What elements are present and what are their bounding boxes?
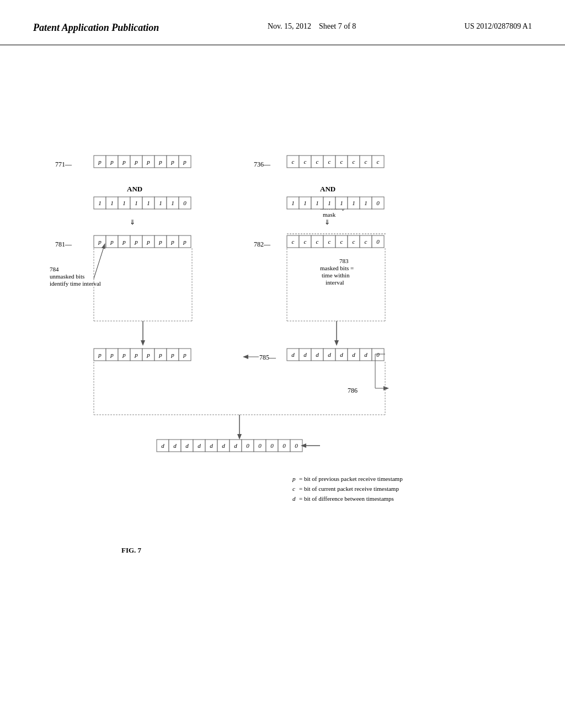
svg-text:p: p — [122, 158, 126, 165]
svg-text:= bit of previous packet recei: = bit of previous packet receive timesta… — [299, 475, 403, 482]
svg-text:783: 783 — [339, 258, 349, 264]
svg-text:c: c — [328, 238, 331, 245]
svg-text:771—: 771— — [55, 160, 72, 168]
svg-text:1: 1 — [98, 200, 102, 206]
svg-text:1: 1 — [171, 200, 174, 206]
svg-text:1: 1 — [364, 200, 367, 206]
svg-text:1: 1 — [159, 200, 162, 206]
svg-text:1: 1 — [147, 200, 150, 206]
svg-text:p: p — [122, 238, 126, 245]
svg-text:p: p — [110, 158, 114, 165]
svg-text:p: p — [158, 158, 162, 165]
svg-text:⇓: ⇓ — [324, 218, 330, 226]
header-date: Nov. 15, 2012 — [268, 22, 311, 30]
svg-text:d: d — [185, 442, 189, 449]
header-patent: US 2012/0287809 A1 — [465, 22, 532, 31]
svg-text:c: c — [377, 158, 380, 165]
svg-marker-129 — [243, 355, 248, 359]
svg-text:AND: AND — [320, 185, 335, 193]
svg-text:AND: AND — [127, 185, 142, 193]
svg-text:c: c — [292, 485, 295, 492]
svg-text:p: p — [292, 475, 296, 482]
svg-text:1: 1 — [122, 200, 126, 206]
svg-text:p: p — [170, 158, 174, 165]
svg-text:p: p — [158, 351, 162, 358]
svg-text:p: p — [122, 351, 126, 358]
svg-text:p: p — [158, 238, 162, 245]
svg-text:unmasked bits: unmasked bits — [50, 273, 84, 280]
svg-text:interval: interval — [326, 279, 344, 286]
svg-text:c: c — [365, 238, 367, 245]
svg-text:masked bits =: masked bits = — [320, 265, 354, 271]
svg-text:d: d — [173, 442, 177, 449]
svg-line-55 — [94, 244, 105, 279]
svg-text:0: 0 — [258, 442, 262, 449]
svg-text:1: 1 — [316, 200, 319, 206]
svg-text:c: c — [292, 158, 295, 165]
svg-text:p: p — [134, 238, 138, 245]
svg-text:d: d — [340, 351, 343, 358]
svg-text:d: d — [210, 442, 213, 449]
svg-text:d: d — [198, 442, 201, 449]
svg-text:p: p — [170, 351, 174, 358]
svg-marker-165 — [383, 386, 389, 390]
figure-7-svg: .bit-text { font-size: 11px; font-style:… — [22, 73, 546, 679]
svg-text:p: p — [98, 238, 102, 245]
svg-text:c: c — [316, 238, 319, 245]
svg-text:d: d — [328, 351, 331, 358]
svg-text:0: 0 — [282, 442, 286, 449]
svg-text:time within: time within — [322, 272, 350, 279]
svg-text:1: 1 — [340, 200, 343, 206]
svg-text:1: 1 — [291, 200, 295, 206]
svg-text:1: 1 — [352, 200, 355, 206]
svg-text:p: p — [170, 238, 174, 245]
svg-text:736—: 736— — [254, 160, 271, 168]
svg-text:= bit of current packet receiv: = bit of current packet receive timestam… — [299, 485, 399, 492]
header-title: Patent Application Publication — [33, 22, 159, 34]
svg-text:d: d — [234, 442, 237, 449]
svg-text:0: 0 — [376, 351, 380, 358]
svg-text:1: 1 — [110, 200, 114, 206]
svg-text:= bit of difference between ti: = bit of difference between timestamps — [299, 495, 394, 502]
svg-text:p: p — [98, 158, 102, 165]
svg-text:d: d — [364, 351, 367, 358]
svg-text:mask: mask — [323, 211, 336, 218]
svg-text:0: 0 — [246, 442, 249, 449]
svg-text:p: p — [134, 351, 138, 358]
svg-text:d: d — [222, 442, 225, 449]
svg-text:p: p — [183, 158, 186, 165]
svg-text:0: 0 — [183, 200, 186, 206]
svg-text:0: 0 — [270, 442, 274, 449]
svg-text:781—: 781— — [55, 240, 72, 248]
svg-text:c: c — [304, 158, 307, 165]
svg-text:c: c — [353, 158, 355, 165]
diagram-area: .bit-text { font-size: 11px; font-style:… — [0, 45, 565, 707]
svg-text:d: d — [161, 442, 164, 449]
svg-marker-171 — [237, 434, 242, 440]
svg-text:0: 0 — [376, 238, 380, 245]
svg-text:c: c — [316, 158, 319, 165]
svg-text:p: p — [110, 351, 114, 358]
svg-text:p: p — [134, 158, 138, 165]
page-header: Patent Application Publication Nov. 15, … — [0, 0, 565, 45]
svg-text:c: c — [365, 158, 367, 165]
svg-text:786: 786 — [348, 387, 358, 394]
svg-text:identify time interval: identify time interval — [50, 280, 101, 287]
svg-text:c: c — [304, 238, 307, 245]
svg-text:FIG. 7: FIG. 7 — [121, 546, 142, 554]
svg-text:0: 0 — [376, 200, 380, 206]
svg-marker-124 — [141, 340, 145, 346]
svg-text:d: d — [291, 351, 295, 358]
svg-text:c: c — [353, 238, 355, 245]
svg-text:d: d — [292, 495, 296, 502]
svg-text:0: 0 — [295, 442, 298, 449]
svg-text:d: d — [352, 351, 355, 358]
svg-text:785—: 785— — [259, 354, 276, 361]
svg-text:p: p — [98, 351, 102, 358]
svg-text:c: c — [340, 158, 343, 165]
svg-text:p: p — [146, 238, 150, 245]
svg-text:c: c — [292, 238, 295, 245]
svg-text:1: 1 — [135, 200, 138, 206]
svg-text:p: p — [183, 351, 186, 358]
svg-text:c: c — [340, 238, 343, 245]
